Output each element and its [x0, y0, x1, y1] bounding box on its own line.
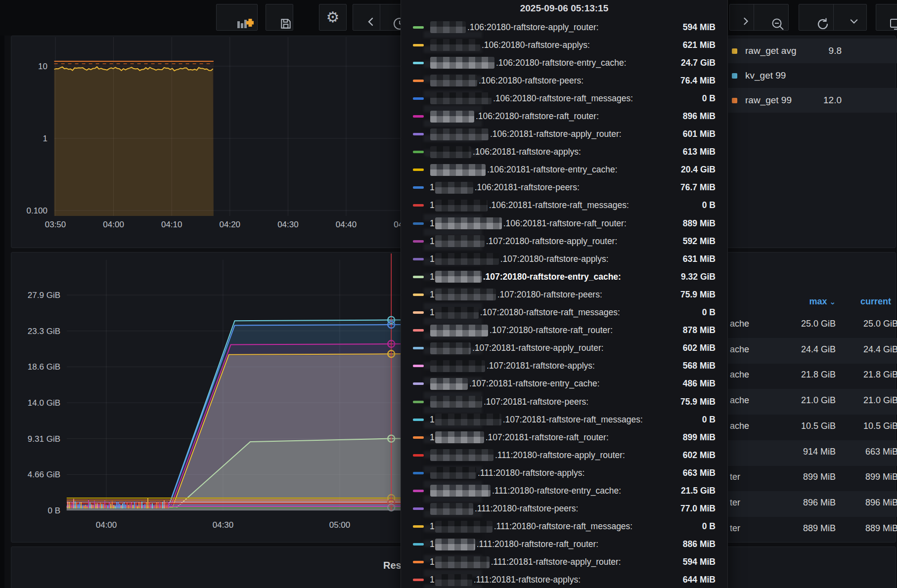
- series-name-label: .106:20180-raftstore-raft_router:: [476, 111, 599, 122]
- legend-color-marker[interactable]: [732, 98, 737, 103]
- series-name-label: .106:20180-raftstore-raft_messages:: [493, 93, 633, 104]
- series-color-marker: [413, 436, 424, 439]
- zoom-out-button[interactable]: [754, 4, 788, 30]
- legend-color-marker[interactable]: [732, 48, 737, 54]
- series-value: 631 MiB: [683, 254, 716, 264]
- row-name-fragment[interactable]: ter: [730, 523, 740, 534]
- legend-table-row[interactable]: ter896 MiB896 MiB: [728, 491, 897, 517]
- tooltip-series-row: 1.106:20181-raftstore-peers:76.7 MiB: [413, 179, 716, 197]
- series-color-marker: [413, 365, 424, 367]
- save-dashboard-button[interactable]: [266, 4, 293, 31]
- row-name-fragment[interactable]: ter: [730, 472, 740, 482]
- tooltip-series-row: 1.107:20180-raftstore-applys:631 MiB: [413, 250, 716, 268]
- tooltip-series-row: .107:20181-raftstore-entry_cache:486 MiB: [413, 375, 716, 393]
- legend-table-row[interactable]: ache21.0 GiB21.0 GiB: [728, 389, 897, 415]
- censored-ip-blur: [435, 539, 475, 550]
- censored-ip-blur: [430, 485, 491, 497]
- censored-ip-blur: [430, 111, 474, 123]
- max-column-header[interactable]: max ⌄: [809, 296, 836, 307]
- legend-series-name[interactable]: raw_get 99: [745, 95, 792, 106]
- tooltip-series-row: .107:20181-raftstore-applys:568 MiB: [413, 357, 716, 375]
- legend-row[interactable]: raw_get 9912.0: [727, 88, 897, 113]
- series-name-label: .106:20181-raftstore-applys:: [473, 147, 581, 157]
- series-color-marker: [413, 294, 424, 296]
- latency-legend: raw_get avg9.8kv_get 99raw_get 9912.0: [727, 39, 897, 113]
- add-panel-button[interactable]: [216, 4, 258, 31]
- censored-ip-blur: [435, 235, 485, 247]
- series-name-label: .111:20180-raftstore-applys:: [478, 468, 584, 478]
- svg-text:18.6 GiB: 18.6 GiB: [28, 362, 60, 372]
- svg-text:1: 1: [43, 134, 47, 143]
- legend-table-row[interactable]: ache25.0 GiB25.0 GiB: [728, 312, 897, 338]
- graph-tooltip: 2025-09-06 05:13:15 .106:20180-raftstore…: [401, 0, 728, 588]
- censored-ip-blur: [430, 503, 473, 515]
- row-max-value: 21.8 GiB: [801, 370, 836, 380]
- legend-table-row[interactable]: ter889 MiB889 MiB: [728, 517, 897, 543]
- censored-ip-blur: [430, 92, 492, 104]
- series-value: 889 MiB: [683, 218, 716, 229]
- series-name-lead: 1: [430, 557, 435, 567]
- row-name-fragment[interactable]: ache: [730, 319, 749, 329]
- row-max-value: 25.0 GiB: [801, 319, 836, 329]
- censored-ip-blur: [435, 289, 496, 300]
- panel-title-fragment[interactable]: Res: [383, 560, 402, 571]
- series-name-label: .106:20181-raftstore-raft_messages:: [489, 200, 629, 210]
- tooltip-series-row: .106:20180-raftstore-entry_cache:24.7 Gi…: [413, 54, 716, 72]
- row-name-fragment[interactable]: ache: [730, 395, 749, 406]
- tv-mode-button[interactable]: [876, 4, 897, 31]
- legend-row[interactable]: raw_get avg9.8: [727, 39, 897, 63]
- refresh-interval-dropdown[interactable]: [833, 4, 867, 30]
- series-name-label: .107:20180-raftstore-apply_router:: [486, 236, 618, 247]
- legend-color-marker[interactable]: [732, 73, 737, 79]
- series-color-marker: [413, 329, 424, 332]
- time-back-button[interactable]: [353, 4, 380, 30]
- censored-ip-blur: [435, 556, 490, 568]
- legend-table-row[interactable]: ache21.8 GiB21.8 GiB: [728, 363, 897, 389]
- series-name-lead: 1: [430, 254, 435, 264]
- legend-series-value: 12.0: [823, 95, 892, 106]
- series-value: 592 MiB: [683, 236, 716, 247]
- censored-ip-blur: [430, 128, 489, 140]
- series-name-label: .111:20180-raftstore-raft_router:: [477, 539, 598, 549]
- series-name-lead: 1: [430, 307, 435, 318]
- series-name-lead: 1: [430, 290, 435, 300]
- row-name-fragment[interactable]: ache: [730, 421, 749, 431]
- series-name-lead: 1: [430, 236, 435, 247]
- row-max-value: 21.0 GiB: [801, 395, 836, 406]
- legend-series-name[interactable]: raw_get avg: [745, 45, 797, 56]
- series-value: 601 MiB: [683, 129, 716, 139]
- series-name-label: .111:20180-raftstore-entry_cache:: [492, 486, 621, 496]
- series-color-marker: [413, 525, 424, 528]
- legend-row[interactable]: kv_get 99: [727, 63, 897, 88]
- tooltip-timestamp: 2025-09-06 05:13:15: [413, 2, 716, 14]
- row-name-fragment[interactable]: ter: [730, 498, 740, 508]
- row-current-value: 21.0 GiB: [863, 395, 897, 406]
- series-name-label: .106:20181-raftstore-apply_router:: [490, 129, 622, 139]
- legend-table-row[interactable]: 914 MiB663 MiB: [728, 440, 897, 466]
- row-name-fragment[interactable]: ache: [730, 344, 749, 355]
- refresh-button[interactable]: [799, 4, 833, 30]
- current-column-header[interactable]: current: [860, 296, 891, 307]
- series-value: 9.32 GiB: [681, 272, 716, 282]
- series-name-label: .107:20180-raftstore-peers:: [497, 290, 602, 300]
- series-name-lead: 1: [430, 539, 435, 549]
- series-name-label: .107:20181-raftstore-applys:: [487, 361, 595, 371]
- legend-table-row[interactable]: ter899 MiB899 MiB: [728, 465, 897, 491]
- tooltip-series-row: 1.111:20180-raftstore-raft_messages:0 B: [413, 518, 716, 536]
- svg-text:04:20: 04:20: [220, 220, 241, 229]
- dashboard-settings-button[interactable]: ⚙: [319, 4, 347, 31]
- series-value: 594 MiB: [683, 557, 716, 567]
- time-forward-button[interactable]: [730, 4, 754, 30]
- legend-table-row[interactable]: ache24.4 GiB24.4 GiB: [728, 338, 897, 364]
- series-color-marker: [413, 382, 424, 385]
- row-current-value: 24.4 GiB: [863, 344, 897, 355]
- series-color-marker: [413, 276, 424, 278]
- legend-series-name[interactable]: kv_get 99: [745, 70, 786, 81]
- tooltip-series-row: .111:20180-raftstore-peers:77.0 MiB: [413, 500, 716, 518]
- series-value: 0 B: [702, 307, 716, 318]
- series-name-lead: 1: [430, 182, 435, 193]
- censored-ip-blur: [435, 182, 473, 194]
- series-name-label: .106:20180-raftstore-apply_router:: [467, 22, 599, 33]
- row-name-fragment[interactable]: ache: [730, 370, 749, 380]
- legend-table-row[interactable]: ache10.5 GiB10.5 GiB: [728, 415, 897, 440]
